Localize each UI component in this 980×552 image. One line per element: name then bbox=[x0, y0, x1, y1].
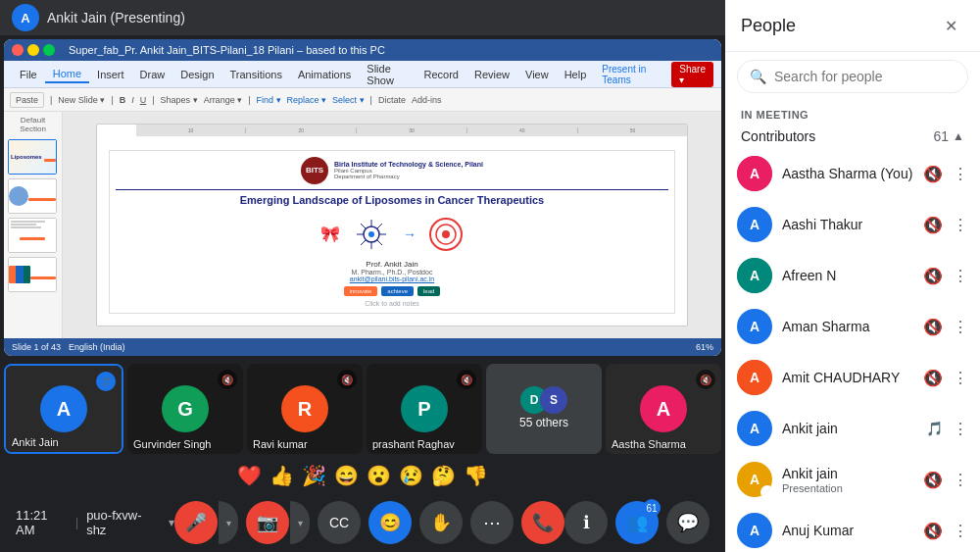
main-slide: 10 20 30 40 50 bbox=[63, 112, 721, 338]
prashant-mute-icon: 🔇 bbox=[457, 370, 476, 389]
participant-name-ankit-people: Ankit jain bbox=[782, 421, 916, 436]
ppt-close-btn[interactable] bbox=[12, 44, 24, 56]
reaction-wow[interactable]: 😮 bbox=[367, 464, 391, 487]
list-item: A ▶ Ankit jain Presentation 🔇 ⋮ bbox=[725, 454, 980, 505]
list-item: A Aman Sharma 🔇 ⋮ bbox=[725, 301, 980, 352]
reactions-bar: ❤️ 👍 🎉 😄 😮 😢 🤔 👎 bbox=[0, 458, 725, 493]
chat-button[interactable]: 💬 bbox=[666, 501, 710, 544]
reaction-thumbsdown[interactable]: 👎 bbox=[464, 464, 488, 487]
divider-dot: | bbox=[75, 516, 78, 529]
people-close-button[interactable]: ✕ bbox=[937, 12, 964, 39]
ribbon-insert[interactable]: Insert bbox=[89, 67, 132, 82]
contributors-count: 61 ▲ bbox=[934, 128, 964, 144]
ppt-ribbon: File Home Insert Draw Design Transitions… bbox=[4, 61, 721, 88]
participant-tile-others: D S 55 others bbox=[486, 364, 602, 454]
camera-expand-button[interactable]: ▾ bbox=[290, 501, 310, 544]
svg-point-1 bbox=[368, 231, 374, 237]
reaction-think[interactable]: 🤔 bbox=[431, 464, 456, 487]
list-item: A Aastha Sharma (You) 🔇 ⋮ bbox=[725, 148, 980, 199]
ankit-speaking-icon: 🎵 bbox=[926, 421, 943, 436]
paste-btn[interactable]: Paste bbox=[10, 92, 44, 108]
contributors-row[interactable]: Contributors 61 ▲ bbox=[725, 125, 980, 148]
reaction-sad[interactable]: 😢 bbox=[399, 464, 423, 487]
ankit-pres-mute-icon: 🔇 bbox=[923, 471, 943, 489]
amit-mute-icon: 🔇 bbox=[923, 369, 943, 387]
share-btn[interactable]: Share ▾ bbox=[671, 62, 713, 87]
ribbon-slideshow[interactable]: Slide Show bbox=[359, 61, 416, 88]
presenter-avatar: A bbox=[12, 4, 39, 31]
amit-more-icon[interactable]: ⋮ bbox=[953, 369, 968, 387]
header-bar: A Ankit Jain (Presenting) bbox=[0, 0, 725, 35]
end-call-button[interactable]: 📞 bbox=[521, 501, 564, 544]
bits-logo: BITS bbox=[301, 157, 328, 184]
participants-list: A Aastha Sharma (You) 🔇 ⋮ A Aashi Thakur… bbox=[725, 148, 980, 552]
gurvinder-avatar: G bbox=[162, 385, 209, 432]
more-options-button[interactable]: ⋯ bbox=[470, 501, 514, 544]
raise-hand-button[interactable]: ✋ bbox=[419, 501, 463, 544]
afreen-more-icon[interactable]: ⋮ bbox=[953, 267, 968, 285]
participant-avatar-anuj: A bbox=[737, 513, 772, 548]
participant-tile-ravi: R 🔇 Ravi kumar bbox=[247, 364, 363, 454]
slide-thumb-4[interactable] bbox=[8, 257, 57, 292]
people-panel-header: People ✕ bbox=[725, 0, 980, 52]
badge-lead: lead bbox=[417, 286, 440, 296]
ribbon-transitions[interactable]: Transitions bbox=[222, 67, 290, 82]
aashi-more-icon[interactable]: ⋮ bbox=[953, 216, 968, 234]
reaction-thumbsup[interactable]: 👍 bbox=[270, 464, 294, 487]
ppt-title-bar: Super_fab_Pr. Ankit Jain_BITS-Pilani_18 … bbox=[4, 39, 721, 61]
slide-count: Slide 1 of 43 bbox=[12, 342, 61, 352]
camera-group: 📷 ▾ bbox=[246, 501, 310, 544]
anuj-mute-icon: 🔇 bbox=[923, 522, 943, 540]
ribbon-view[interactable]: View bbox=[517, 67, 557, 82]
ravi-name: Ravi kumar bbox=[253, 438, 308, 450]
header-title: Ankit Jain (Presenting) bbox=[47, 10, 185, 25]
participant-avatar-aashi: A bbox=[737, 207, 772, 242]
participant-name-aashi: Aashi Thakur bbox=[782, 217, 913, 232]
ribbon-draw[interactable]: Draw bbox=[132, 67, 173, 82]
reaction-smile[interactable]: 😄 bbox=[334, 464, 359, 487]
ankit-more-icon[interactable]: ⋮ bbox=[953, 420, 968, 438]
click-to-add-notes: Click to add notes bbox=[365, 300, 419, 307]
people-search-input[interactable] bbox=[774, 69, 956, 84]
contributors-label: Contributors bbox=[741, 128, 815, 144]
ribbon-home[interactable]: Home bbox=[45, 66, 89, 83]
people-panel: People ✕ 🔍 IN MEETING Contributors 61 ▲ … bbox=[725, 0, 980, 552]
others-label: 55 others bbox=[519, 416, 568, 429]
aman-more-icon[interactable]: ⋮ bbox=[953, 318, 968, 336]
list-item: A Aashi Thakur 🔇 ⋮ bbox=[725, 199, 980, 250]
ppt-window: Super_fab_Pr. Ankit Jain_BITS-Pilani_18 … bbox=[4, 39, 721, 356]
anuj-more-icon[interactable]: ⋮ bbox=[953, 522, 968, 540]
present-in-teams-btn[interactable]: Present in Teams bbox=[594, 62, 667, 87]
mic-expand-button[interactable]: ▾ bbox=[219, 501, 238, 544]
meeting-code: puo-fxvw-shz bbox=[86, 508, 159, 537]
ribbon-review[interactable]: Review bbox=[466, 67, 517, 82]
aastha-people-mute-icon: 🔇 bbox=[923, 165, 943, 183]
prashant-name: prashant Raghav bbox=[372, 438, 455, 450]
ravi-mute-icon: 🔇 bbox=[337, 370, 357, 389]
reaction-party[interactable]: 🎉 bbox=[302, 464, 326, 487]
cc-button[interactable]: CC bbox=[318, 501, 361, 544]
slide-thumb-1[interactable]: Liposomes bbox=[8, 139, 57, 175]
ribbon-animations[interactable]: Animations bbox=[290, 67, 359, 82]
ribbon-record[interactable]: Record bbox=[416, 67, 466, 82]
ppt-min-btn[interactable] bbox=[27, 44, 39, 56]
emoji-button[interactable]: 😊 bbox=[368, 501, 412, 544]
slide-thumb-2[interactable] bbox=[8, 178, 57, 214]
ribbon-help[interactable]: Help bbox=[557, 67, 595, 82]
slide-thumb-3[interactable] bbox=[8, 218, 57, 253]
svg-line-8 bbox=[377, 224, 382, 228]
aman-mute-icon: 🔇 bbox=[923, 318, 943, 336]
ankit-pres-more-icon[interactable]: ⋮ bbox=[953, 471, 968, 489]
camera-button[interactable]: 📷 bbox=[246, 501, 289, 544]
people-button[interactable]: 👥 61 bbox=[615, 501, 659, 544]
ribbon-file[interactable]: File bbox=[12, 67, 45, 82]
participant-name-aastha: Aastha Sharma (You) bbox=[782, 166, 913, 181]
mic-button[interactable]: 🎤 bbox=[174, 501, 218, 544]
ppt-max-btn[interactable] bbox=[43, 44, 55, 56]
ribbon-design[interactable]: Design bbox=[172, 67, 221, 82]
info-button[interactable]: ℹ bbox=[564, 501, 608, 544]
list-item: A Ankit jain 🎵 ⋮ bbox=[725, 403, 980, 454]
reaction-heart[interactable]: ❤️ bbox=[237, 464, 262, 487]
aastha-people-more-icon[interactable]: ⋮ bbox=[953, 165, 968, 183]
gurvinder-mute-icon: 🔇 bbox=[218, 370, 237, 389]
